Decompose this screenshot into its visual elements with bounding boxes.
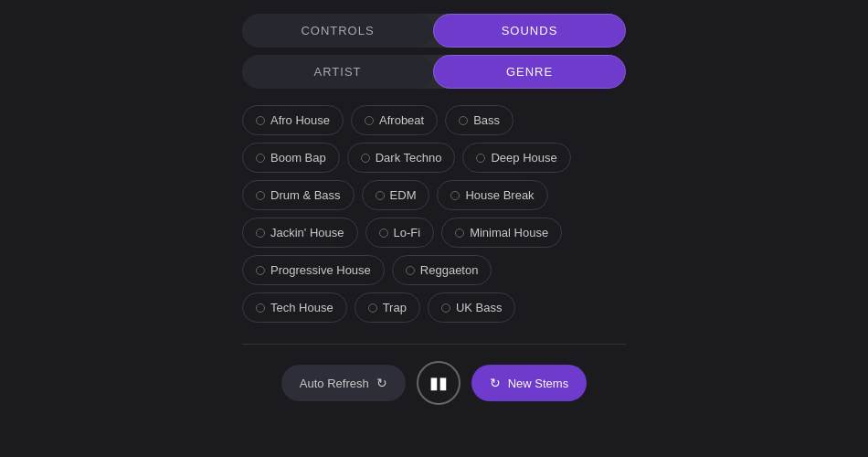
tab-sounds[interactable]: SOUNDS [433,14,626,48]
refresh-icon: ↻ [376,376,387,390]
pill-dot [379,228,388,238]
tab-genre[interactable]: GENRE [433,55,626,89]
main-container: CONTROLS SOUNDS ARTIST GENRE Afro House … [242,0,626,419]
genre-label: Drum & Bass [270,188,341,202]
genre-label: Jackin' House [270,226,344,239]
pill-dot [361,154,370,163]
auto-refresh-button[interactable]: Auto Refresh ↻ [281,365,406,401]
genre-label: Afro House [270,113,330,127]
pill-dot [368,303,377,313]
genre-row-5: Progressive House Reggaeton [242,255,626,285]
genre-label: Deep House [491,151,556,165]
genre-label: Bass [473,113,500,127]
tab-controls[interactable]: CONTROLS [242,14,433,48]
genre-pill-drum-bass[interactable]: Drum & Bass [242,180,355,210]
genre-area: Afro House Afrobeat Bass Boom Bap Dark T… [242,105,626,345]
genre-row-3: Drum & Bass EDM House Break [242,180,626,210]
genre-label: UK Bass [456,301,503,314]
genre-pill-bass[interactable]: Bass [445,105,513,135]
genre-row-1: Afro House Afrobeat Bass [242,105,626,135]
genre-pill-dark-techno[interactable]: Dark Techno [347,143,456,173]
genre-row-4: Jackin' House Lo-Fi Minimal House [242,218,626,248]
genre-pill-edm[interactable]: EDM [362,180,430,210]
genre-label: House Break [465,188,534,202]
genre-pill-deep-house[interactable]: Deep House [462,143,570,173]
pill-dot [450,191,460,200]
genre-label: Reggaeton [420,263,479,277]
genre-row-2: Boom Bap Dark Techno Deep House [242,143,626,173]
bottom-bar: Auto Refresh ↻ ▮▮ ↻ New Stems [242,361,626,405]
genre-label: Trap [383,301,407,314]
pill-dot [459,116,468,125]
pill-dot [441,303,450,313]
tab-artist[interactable]: ARTIST [242,55,433,89]
pill-dot [476,154,485,163]
genre-pill-reggaeton[interactable]: Reggaeton [392,255,492,285]
genre-label: EDM [390,188,417,202]
pause-button[interactable]: ▮▮ [417,361,460,405]
pill-dot [256,228,265,238]
genre-label: Tech House [270,301,333,314]
genre-label: Afrobeat [379,113,424,127]
new-stems-label: New Stems [508,377,568,390]
pill-dot [256,116,265,125]
genre-label: Boom Bap [270,151,326,165]
genre-label: Lo-Fi [394,226,421,239]
pill-dot [256,154,265,163]
new-stems-button[interactable]: ↻ New Stems [471,365,587,401]
genre-label: Progressive House [270,263,371,277]
genre-pill-jackin-house[interactable]: Jackin' House [242,218,358,248]
genre-pill-afro-house[interactable]: Afro House [242,105,344,135]
genre-pill-lo-fi[interactable]: Lo-Fi [365,218,435,248]
tab-row-1: CONTROLS SOUNDS [242,14,626,48]
genre-pill-afrobeat[interactable]: Afrobeat [351,105,438,135]
tabs-container: CONTROLS SOUNDS ARTIST GENRE [242,14,626,89]
pill-dot [406,266,415,275]
pill-dot [365,116,374,125]
new-stems-refresh-icon: ↻ [490,376,501,390]
genre-pill-house-break[interactable]: House Break [437,180,547,210]
genre-label: Minimal House [470,226,548,239]
genre-row-6: Tech House Trap UK Bass [242,292,626,323]
auto-refresh-label: Auto Refresh [300,377,369,390]
pill-dot [376,191,385,200]
genre-pill-boom-bap[interactable]: Boom Bap [242,143,340,173]
genre-pill-tech-house[interactable]: Tech House [242,292,347,323]
pill-dot [256,266,265,275]
genre-pill-progressive-house[interactable]: Progressive House [242,255,385,285]
genre-pill-uk-bass[interactable]: UK Bass [428,292,516,323]
genre-pill-trap[interactable]: Trap [355,292,420,323]
genre-pill-minimal-house[interactable]: Minimal House [441,218,562,248]
tab-row-2: ARTIST GENRE [242,55,626,89]
pause-icon: ▮▮ [429,373,448,393]
pill-dot [256,191,265,200]
genre-label: Dark Techno [376,151,442,165]
pill-dot [256,303,265,313]
pill-dot [455,228,464,238]
